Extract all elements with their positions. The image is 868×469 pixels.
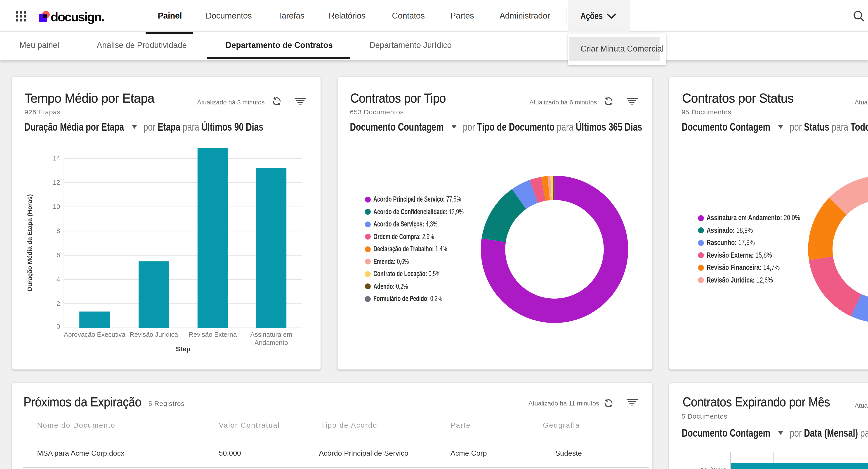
svg-text:Andamento: Andamento (254, 339, 288, 346)
svg-text:Step: Step (176, 345, 190, 353)
svg-text:Revisão Jurídica: Revisão Jurídica (129, 331, 178, 338)
svg-text:Assinatura em: Assinatura em (250, 331, 292, 338)
svg-text:14: 14 (53, 155, 60, 162)
svg-text:1/5/2024: 1/5/2024 (701, 466, 726, 469)
svg-text:Revisão Externa: Revisão Externa (188, 331, 237, 338)
svg-text:2: 2 (56, 300, 60, 307)
svg-text:6: 6 (56, 251, 60, 258)
svg-text:0: 0 (56, 323, 60, 330)
svg-text:10: 10 (53, 203, 60, 210)
svg-text:12: 12 (53, 179, 60, 186)
svg-text:8: 8 (56, 227, 60, 234)
svg-text:Duração Média da Etapa (Horas): Duração Média da Etapa (Horas) (26, 194, 33, 291)
svg-text:4: 4 (56, 276, 60, 283)
svg-text:Aprovação Executiva: Aprovação Executiva (64, 331, 125, 338)
